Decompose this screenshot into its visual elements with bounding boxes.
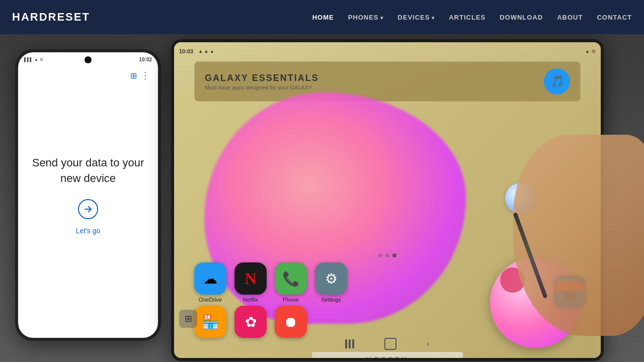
- banner-subtitle: Must-have apps designed for your GALAXY.: [205, 84, 319, 90]
- banner-music-icon: 🎵: [544, 68, 570, 95]
- wifi-icon: ▲: [34, 57, 38, 62]
- tablet-stand: UGREEN: [312, 352, 463, 358]
- phone-device: ▌▌▌ ▲ ⊟ 10:02 ⊞ ⋮ Send your data to your…: [15, 49, 161, 341]
- battery-icon: ⊟: [40, 57, 43, 62]
- screen-recorder-icon: ⏺: [275, 306, 307, 338]
- phone-status-icons: ▌▌▌ ▲ ⊟: [24, 57, 43, 62]
- nav-download[interactable]: DOWNLOAD: [500, 14, 543, 21]
- onedrive-label: OneDrive: [199, 297, 222, 303]
- page-dots-indicator: [378, 253, 396, 257]
- dot-3-active: [392, 253, 396, 257]
- phone-arrow-button[interactable]: [75, 197, 101, 222]
- site-logo[interactable]: HARDRESET: [12, 11, 90, 24]
- app-icon-bixby[interactable]: ✿: [234, 306, 267, 338]
- settings-icon: ⚙: [315, 262, 347, 295]
- menu-dots-icon[interactable]: ⋮: [141, 70, 150, 81]
- tablet-wifi-icon: ▲: [585, 49, 590, 54]
- app-icon-onedrive[interactable]: ☁ OneDrive: [194, 262, 226, 303]
- phone-notch: [85, 56, 92, 63]
- onedrive-icon: ☁: [194, 262, 226, 295]
- signal-icon: ▌▌▌: [24, 57, 33, 62]
- phone-top-bar: ⊞ ⋮: [18, 66, 158, 84]
- tablet-bottom-nav: ‹: [174, 334, 601, 354]
- phone-screen: ▌▌▌ ▲ ⊟ 10:02 ⊞ ⋮ Send your data to your…: [18, 52, 158, 338]
- settings-label: Settings: [321, 297, 341, 303]
- phone-app-icon: 📞: [275, 262, 307, 295]
- app-icon-phone[interactable]: 📞 Phone: [275, 262, 307, 303]
- banner-text: GALAXY ESSENTIALS Must-have apps designe…: [205, 73, 319, 90]
- home-button[interactable]: [384, 338, 396, 350]
- app-icon-screen-recorder[interactable]: ⏺: [275, 306, 307, 338]
- nav-about[interactable]: ABOUT: [557, 14, 583, 21]
- dot-2: [385, 253, 389, 257]
- phone-time: 10:02: [139, 57, 152, 62]
- nav-contact[interactable]: CONTACT: [597, 14, 632, 21]
- phone-app-label: Phone: [283, 297, 299, 303]
- dot-1: [378, 253, 382, 257]
- main-content: ▌▌▌ ▲ ⊟ 10:02 ⊞ ⋮ Send your data to your…: [0, 34, 644, 362]
- tablet-status-right: ▲ ⊟: [585, 49, 596, 54]
- phone-main-area: Send your data to your new device Let's …: [18, 145, 158, 245]
- tablet-status-bar: 10:03 ▲ ▲ ▲ ▲ ⊟: [179, 45, 596, 57]
- galaxy-essentials-banner[interactable]: GALAXY ESSENTIALS Must-have apps designe…: [194, 61, 581, 102]
- tablet-battery-icon: ⊟: [592, 49, 596, 54]
- app-icon-store[interactable]: 🏪: [194, 306, 226, 338]
- navbar: HARDRESET HOME PHONES DEVICES ARTICLES D…: [0, 0, 644, 34]
- banner-title: GALAXY ESSENTIALS: [205, 73, 319, 83]
- tablet-signal-icon: ▲ ▲ ▲: [198, 49, 214, 54]
- bixby-icon: ✿: [234, 306, 267, 338]
- nav-home[interactable]: HOME: [312, 14, 334, 21]
- netflix-icon: N: [234, 262, 267, 295]
- app-icon-settings[interactable]: ⚙ Settings: [315, 262, 347, 303]
- phone-main-heading: Send your data to your new device: [28, 155, 148, 187]
- lets-go-label[interactable]: Let's go: [28, 227, 148, 235]
- netflix-label: Netflix: [243, 297, 259, 303]
- grid-icon[interactable]: ⊞: [130, 71, 137, 80]
- recent-apps-button[interactable]: [345, 339, 354, 348]
- nav-links: HOME PHONES DEVICES ARTICLES DOWNLOAD AB…: [312, 14, 632, 21]
- app-icon-netflix[interactable]: N Netflix: [234, 262, 267, 303]
- nav-phones[interactable]: PHONES: [348, 14, 384, 21]
- back-button[interactable]: ‹: [427, 339, 429, 348]
- store-icon: 🏪: [194, 306, 226, 338]
- nav-devices[interactable]: DEVICES: [397, 14, 435, 21]
- tablet-time: 10:03: [179, 48, 193, 54]
- tablet-left-icon[interactable]: ⊞: [179, 310, 197, 328]
- nav-articles[interactable]: ARTICLES: [449, 14, 486, 21]
